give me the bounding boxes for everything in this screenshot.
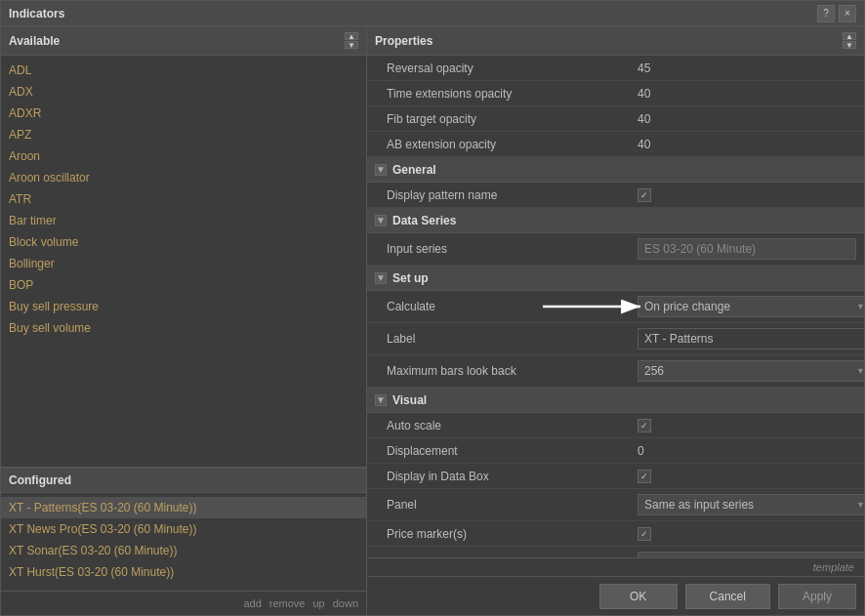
up-link[interactable]: up: [312, 597, 324, 609]
section-toggle-visual[interactable]: ▼: [375, 394, 387, 406]
configured-item[interactable]: XT - Patterns(ES 03-20 (60 Minute)): [1, 497, 366, 518]
calculate-dropdown-arrow: ▼: [856, 302, 864, 311]
prop-row-scale-justification: Scale justification Right ▼: [367, 547, 864, 557]
prop-label-calculate: Calculate: [367, 298, 630, 315]
prop-row-time-extensions: Time extensions opacity 40: [367, 81, 864, 106]
list-item[interactable]: Buy sell pressure: [1, 296, 366, 317]
prop-value-calculate: On price change ▼: [630, 294, 864, 319]
prop-label: Fib target opacity: [367, 110, 630, 128]
section-general[interactable]: ▼ General: [367, 157, 864, 183]
list-item[interactable]: Block volume: [1, 231, 366, 253]
prop-label-label: Label: [367, 330, 630, 348]
prop-row-auto-scale: Auto scale ✓: [367, 413, 864, 438]
section-setup-label: Set up: [392, 271, 429, 285]
configured-item[interactable]: XT Hurst(ES 03-20 (60 Minute)): [1, 561, 366, 583]
scroll-up-arrow[interactable]: ▲: [345, 32, 358, 40]
prop-label: AB extension opacity: [367, 136, 630, 153]
list-item[interactable]: ADL: [1, 60, 366, 81]
prop-label-displacement: Displacement: [367, 442, 630, 460]
calculate-dropdown[interactable]: On price change ▼: [638, 296, 864, 317]
calculate-value: On price change: [644, 300, 730, 313]
remove-link[interactable]: remove: [269, 597, 306, 609]
properties-body[interactable]: Reversal opacity 45 Time extensions opac…: [367, 56, 864, 557]
main-content: Available ▲ ▼ ADL ADX ADXR APZ Aroon Aro…: [1, 26, 864, 615]
list-item[interactable]: APZ: [1, 124, 366, 145]
section-toggle-data-series[interactable]: ▼: [375, 215, 387, 226]
list-item[interactable]: Buy sell volume: [1, 317, 366, 339]
prop-value: 40: [630, 85, 864, 103]
indicators-window: Indicators ? × Available ▲ ▼ ADL ADX ADX…: [0, 0, 865, 616]
section-visual[interactable]: ▼ Visual: [367, 388, 864, 413]
list-item[interactable]: Bar timer: [1, 210, 366, 231]
close-button[interactable]: ×: [839, 5, 856, 22]
properties-title: Properties: [375, 34, 432, 48]
list-item[interactable]: Aroon oscillator: [1, 167, 366, 188]
left-panel: Available ▲ ▼ ADL ADX ADXR APZ Aroon Aro…: [1, 26, 367, 615]
available-title: Available: [9, 34, 60, 48]
prop-value-max-bars: 256 ▼: [630, 358, 864, 384]
prop-label-input-series: Input series: [367, 240, 630, 258]
section-toggle-general[interactable]: ▼: [375, 164, 387, 176]
panel-dropdown[interactable]: Same as input series ▼: [638, 494, 864, 515]
prop-label-max-bars: Maximum bars look back: [367, 362, 630, 380]
section-data-series[interactable]: ▼ Data Series: [367, 208, 864, 233]
panel-value: Same as input series: [644, 498, 754, 512]
add-link[interactable]: add: [243, 597, 261, 609]
label-value: XT - Patterns: [644, 332, 713, 346]
configured-item[interactable]: XT News Pro(ES 03-20 (60 Minute)): [1, 518, 366, 540]
prop-label: Time extensions opacity: [367, 85, 630, 103]
template-link[interactable]: template: [813, 561, 854, 573]
checkbox-display-pattern[interactable]: ✓: [638, 188, 651, 202]
prop-row-displacement: Displacement 0: [367, 438, 864, 464]
prop-row-display-data-box: Display in Data Box ✓: [367, 464, 864, 489]
prop-value-scale-justification: Right ▼: [630, 550, 864, 557]
prop-row-display-pattern: Display pattern name ✓: [367, 183, 864, 208]
properties-scroll-arrows: ▲ ▼: [843, 32, 856, 49]
list-item[interactable]: ADX: [1, 81, 366, 103]
configured-header: Configured: [1, 468, 366, 493]
list-item[interactable]: Bollinger: [1, 253, 366, 274]
section-setup[interactable]: ▼ Set up: [367, 266, 864, 291]
prop-value-displacement: 0: [630, 442, 864, 460]
prop-row-panel: Panel Same as input series ▼: [367, 489, 864, 521]
prop-label-display-data-box: Display in Data Box: [367, 468, 630, 485]
checkbox-price-markers[interactable]: ✓: [638, 527, 651, 541]
section-toggle-setup[interactable]: ▼: [375, 272, 387, 284]
label-input[interactable]: XT - Patterns: [638, 328, 864, 349]
right-panel: Properties ▲ ▼ Reversal opacity 45 Time …: [367, 26, 864, 615]
props-scroll-down[interactable]: ▼: [843, 41, 856, 49]
help-button[interactable]: ?: [817, 5, 835, 22]
configured-actions: add remove up down: [1, 591, 366, 615]
max-bars-dropdown[interactable]: 256 ▼: [638, 360, 864, 382]
section-data-series-label: Data Series: [392, 214, 456, 227]
title-bar: Indicators ? ×: [1, 1, 864, 26]
list-item[interactable]: Aroon: [1, 145, 366, 167]
prop-row-price-markers: Price marker(s) ✓: [367, 521, 864, 547]
title-bar-controls: ? ×: [817, 5, 856, 22]
available-scroll-arrows: ▲ ▼: [345, 32, 358, 49]
configured-item[interactable]: XT Sonar(ES 03-20 (60 Minute)): [1, 540, 366, 561]
prop-row-label: Label XT - Patterns: [367, 323, 864, 355]
props-scroll-up[interactable]: ▲: [843, 32, 856, 40]
footer-buttons: OK Cancel Apply: [367, 576, 864, 615]
prop-value-auto-scale: ✓: [630, 417, 864, 434]
list-item[interactable]: ATR: [1, 188, 366, 210]
input-series-display[interactable]: ES 03-20 (60 Minute): [638, 238, 856, 260]
scroll-down-arrow[interactable]: ▼: [345, 41, 358, 49]
checkbox-auto-scale[interactable]: ✓: [638, 419, 651, 432]
prop-label: Reversal opacity: [367, 60, 630, 77]
ok-button[interactable]: OK: [599, 584, 678, 609]
list-item[interactable]: BOP: [1, 274, 366, 296]
checkbox-display-data-box[interactable]: ✓: [638, 470, 651, 483]
apply-button[interactable]: Apply: [778, 584, 856, 609]
prop-value-panel: Same as input series ▼: [630, 492, 864, 517]
prop-row-ab-extension: AB extension opacity 40: [367, 132, 864, 157]
section-general-label: General: [392, 163, 436, 177]
available-list[interactable]: ADL ADX ADXR APZ Aroon Aroon oscillator …: [1, 56, 366, 468]
prop-value: ✓: [630, 186, 864, 204]
cancel-button[interactable]: Cancel: [685, 584, 770, 609]
window-title: Indicators: [9, 7, 64, 21]
down-link[interactable]: down: [333, 597, 358, 609]
prop-label-auto-scale: Auto scale: [367, 417, 630, 434]
list-item[interactable]: ADXR: [1, 103, 366, 124]
